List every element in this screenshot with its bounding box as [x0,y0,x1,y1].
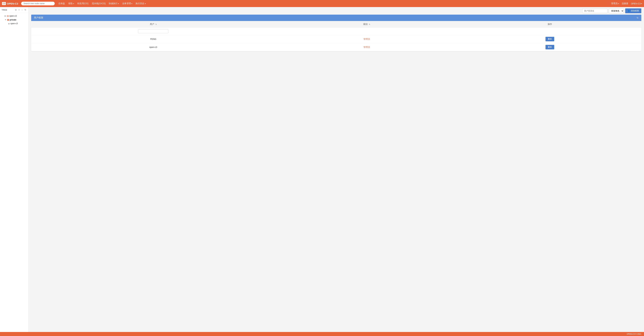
sidebar-toolbar: ⊙ + − ↻ [14,9,27,12]
tree-area: ▶ ▤ open-c3 ▼ ▤ private ▣ open-c3 [0,13,28,332]
op-cell: 删除 [458,43,641,51]
filter-op-cell [458,28,641,35]
panel-header: 用户权限 ↻ [31,15,641,21]
tree-item-open-c3-root[interactable]: ▶ ▤ open-c3 [0,14,28,18]
tree-item-label: private [10,19,16,21]
file-icon: ▣ [8,23,10,25]
col-header-level[interactable]: 级别 ⇅ [275,21,458,28]
nav-open-c3[interactable]: OPEN-C3▾ [631,2,642,5]
tree-item-label: open-c3 [10,22,18,25]
table-header-row: 用户 ⇅ 级别 ⇅ 操作 [31,21,641,28]
user-cell: FENG [31,35,275,43]
sort-icon-user: ⇅ [156,23,157,25]
sidebar: TREE ⊙ + − ↻ ▶ ▤ open-c3 ▼ ▤ private [0,7,28,332]
nav-item-cicd[interactable]: 流水线[CI/CD] [90,1,107,6]
nav-item-bizmanage[interactable]: 业务管理▾ [121,1,134,6]
filter-level-cell [275,28,458,35]
nav-right: 管理员▾ 连接器 OPEN-C3▾ [611,2,642,5]
nav-connector[interactable]: 连接器 [622,2,628,5]
content-area: 研发角色管理员普通用户 👤 添加权限 用户权限 ↻ 用户 ⇅ [28,7,644,332]
search-input[interactable] [21,2,55,5]
nav-admin[interactable]: 管理员▾ [611,2,619,5]
tree-item-private[interactable]: ▼ ▤ private [0,18,28,22]
main-layout: TREE ⊙ + − ↻ ▶ ▤ open-c3 ▼ ▤ private [0,7,644,332]
nav-menu: 仪表盘 报告▾ 轻应用[CO] 流水线[CI/CD] 快速执行▾ 业务管理▾ 执… [57,1,610,6]
permissions-panel: 用户权限 ↻ 用户 ⇅ 级别 ⇅ 操作 [31,15,641,51]
panel-refresh-icon[interactable]: ↻ [636,17,639,19]
folder-open-icon: ▤ [7,19,9,21]
level-value: 管理员 [364,46,370,48]
delete-button[interactable]: 删除 [546,37,554,41]
top-navigation: C3 OPEN-C3 仪表盘 报告▾ 轻应用[CO] 流水线[CI/CD] 快速… [0,0,644,7]
chevron-right-icon: ▶ [5,15,6,17]
footer-text: OPEN-C3 © 2021 [626,333,641,335]
tree-item-open-c3-child[interactable]: ▣ open-c3 [0,22,28,25]
permissions-table: 用户 ⇅ 级别 ⇅ 操作 [31,21,641,51]
nav-item-exechistory[interactable]: 执行历史▾ [134,1,147,6]
locate-icon[interactable]: ⊙ [14,9,17,12]
content-toolbar: 研发角色管理员普通用户 👤 添加权限 [28,7,644,15]
user-cell: open-c3 [31,43,275,51]
nav-item-quickexec[interactable]: 快速执行▾ [108,1,120,6]
table-row: open-c3 管理员 删除 [31,43,641,51]
level-cell: 管理员 [275,35,458,43]
table-row: FENG 管理员 删除 [31,35,641,43]
folder-icon: ▤ [7,15,9,17]
username-input[interactable] [582,9,608,13]
level-cell: 管理员 [275,43,458,51]
sidebar-header: TREE ⊙ + − ↻ [0,7,28,13]
add-permission-button[interactable]: 👤 添加权限 [625,9,641,13]
logo-area[interactable]: C3 OPEN-C3 [2,2,18,5]
chevron-down-icon: ▼ [5,19,6,21]
op-cell: 删除 [458,35,641,43]
user-filter-input[interactable] [138,29,168,33]
delete-button[interactable]: 删除 [546,45,554,49]
col-header-user[interactable]: 用户 ⇅ [31,21,275,28]
col-header-op: 操作 [458,21,641,28]
filter-row [31,28,641,35]
role-select[interactable]: 研发角色管理员普通用户 [609,9,624,13]
nav-item-reports[interactable]: 报告▾ [67,1,75,6]
refresh-tree-icon[interactable]: ↻ [24,9,27,12]
add-node-icon[interactable]: + [18,9,20,12]
nav-item-co[interactable]: 轻应用[CO] [76,1,90,6]
sort-icon-level: ⇅ [369,23,370,25]
nav-item-dashboard[interactable]: 仪表盘 [57,1,66,6]
tree-item-label: open-c3 [10,15,16,17]
person-icon: 👤 [628,10,630,12]
app-title: OPEN-C3 [7,2,18,5]
panel-title: 用户权限 [34,16,43,19]
sidebar-label: TREE [2,9,7,11]
logo-box: C3 [2,2,6,5]
remove-node-icon[interactable]: − [21,9,23,12]
footer: OPEN-C3 © 2021 [0,332,644,336]
filter-user-cell [31,28,275,35]
level-value: 管理员 [364,38,370,40]
